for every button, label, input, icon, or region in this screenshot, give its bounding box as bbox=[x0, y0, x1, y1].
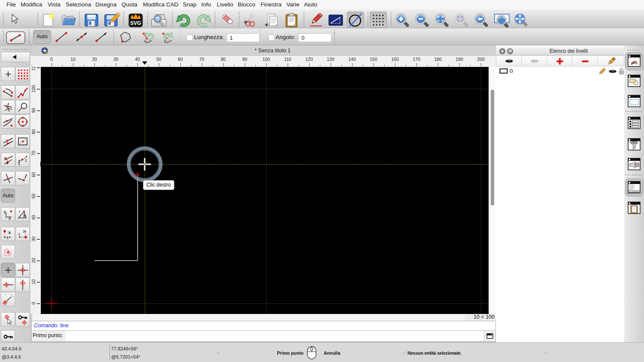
svg-text:1: 1 bbox=[6, 235, 9, 240]
svg-text:2: 2 bbox=[8, 230, 10, 235]
svg-text:a: a bbox=[23, 214, 25, 218]
svg-text:1: 1 bbox=[18, 232, 20, 236]
svg-text:x: x bbox=[9, 216, 11, 220]
svg-text:1: 1 bbox=[18, 162, 20, 166]
svg-text:C command: C command bbox=[630, 191, 638, 193]
svg-text:y: y bbox=[3, 209, 6, 214]
svg-text:2: 2 bbox=[25, 158, 27, 163]
svg-text:2: 2 bbox=[23, 229, 25, 233]
svg-text:r: r bbox=[19, 209, 20, 214]
svg-text:SVG: SVG bbox=[130, 20, 141, 26]
